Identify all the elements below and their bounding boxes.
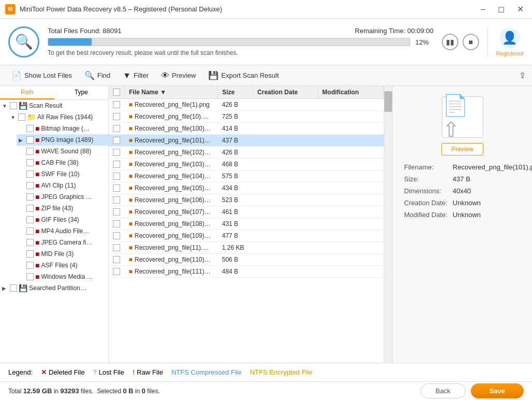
row-check-cell[interactable] (109, 170, 125, 182)
table-row[interactable]: ■Recovered_png_file(10).… 725 B (109, 111, 384, 123)
row-checkbox[interactable] (113, 196, 120, 204)
row-checkbox[interactable] (113, 244, 120, 251)
share-icon[interactable]: ⇪ (519, 70, 526, 80)
row-checkbox[interactable] (113, 113, 120, 120)
row-check-cell[interactable] (109, 159, 125, 170)
col-header-creation-date[interactable]: Creation Date (253, 86, 318, 99)
check-jpeg[interactable] (26, 193, 34, 201)
table-row[interactable]: ■Recovered_png_file(105)… 434 B (109, 182, 384, 194)
scroll-thumb[interactable] (384, 91, 392, 112)
table-row[interactable]: ■Recovered_png_file(104)… 575 B (109, 170, 384, 182)
find-button[interactable]: 🔍 Find (79, 68, 116, 82)
table-row[interactable]: ■Recovered_png_file(111)… 484 B (109, 266, 384, 278)
maximize-button[interactable]: ◻ (495, 3, 508, 15)
col-header-modification[interactable]: Modification (318, 86, 384, 99)
check-swf[interactable] (26, 170, 34, 178)
minimize-button[interactable]: – (478, 3, 488, 15)
check-wave[interactable] (26, 148, 34, 155)
table-row[interactable]: ■Recovered_png_file(110)… 506 B (109, 254, 384, 266)
check-jpeg-cam[interactable] (26, 239, 34, 246)
back-button[interactable]: Back (421, 383, 466, 398)
check-all[interactable] (113, 89, 120, 96)
tree-item-swf[interactable]: ■ SWF File (10) (17, 168, 108, 180)
tree-item-scan-result[interactable]: ▼ 💾 Scan Result (0, 100, 108, 111)
row-checkbox[interactable] (113, 173, 120, 180)
row-checkbox[interactable] (113, 161, 120, 168)
check-asf[interactable] (26, 262, 34, 269)
check-scan-result[interactable] (10, 102, 17, 109)
check-zip[interactable] (26, 205, 34, 212)
expand-icon-scan-result[interactable]: ▼ (2, 103, 8, 109)
stop-button[interactable]: ■ (463, 34, 479, 50)
row-check-cell[interactable] (109, 230, 125, 242)
export-scan-result-button[interactable]: 💾 Export Scan Result (203, 68, 284, 82)
tree-item-wm[interactable]: ■ Windows Media … (17, 271, 108, 282)
tab-type[interactable]: Type (54, 86, 109, 99)
row-checkbox[interactable] (113, 208, 120, 216)
tree-item-avi[interactable]: ■ AVI Clip (11) (17, 180, 108, 191)
tree-item-asf[interactable]: ■ ASF Files (4) (17, 260, 108, 271)
row-check-cell[interactable] (109, 266, 125, 278)
table-row[interactable]: ■Recovered_png_file(1).png 426 B (109, 99, 384, 111)
check-searched[interactable] (10, 284, 17, 292)
table-row[interactable]: ■Recovered_png_file(103)… 468 B (109, 159, 384, 170)
expand-icon-all-raw[interactable]: ▼ (10, 115, 17, 120)
row-check-cell[interactable] (109, 123, 125, 135)
tree-item-wave[interactable]: ■ WAVE Sound (88) (17, 146, 108, 157)
col-header-size[interactable]: Size (218, 86, 253, 99)
row-check-cell[interactable] (109, 242, 125, 254)
row-checkbox[interactable] (113, 220, 120, 227)
row-checkbox[interactable] (113, 149, 120, 156)
check-avi[interactable] (26, 182, 34, 189)
tree-item-gif[interactable]: ■ GIF Files (34) (17, 214, 108, 225)
table-row[interactable]: ■Recovered_png_file(108)… 431 B (109, 218, 384, 230)
row-checkbox[interactable] (113, 256, 120, 263)
table-row[interactable]: ■Recovered_png_file(106)… 523 B (109, 194, 384, 206)
check-png[interactable] (26, 136, 34, 144)
row-checkbox[interactable] (113, 125, 120, 132)
table-row[interactable]: ■Recovered_png_file(109)… 477 B (109, 230, 384, 242)
check-mid[interactable] (26, 250, 34, 258)
save-button[interactable]: Save (471, 383, 524, 398)
col-header-filename[interactable]: File Name ▼ (125, 86, 218, 99)
table-row[interactable]: ■Recovered_png_file(102)… 426 B (109, 147, 384, 159)
file-table-wrap[interactable]: File Name ▼ Size Creation Date Modificat… (109, 86, 384, 363)
row-checkbox[interactable] (113, 184, 120, 192)
row-check-cell[interactable] (109, 182, 125, 194)
check-wm[interactable] (26, 273, 34, 280)
check-mp4[interactable] (26, 227, 34, 235)
table-row[interactable]: ■Recovered_png_file(101)… 437 B (109, 135, 384, 147)
check-cab[interactable] (26, 159, 34, 166)
row-check-cell[interactable] (109, 218, 125, 230)
table-scrollbar[interactable] (384, 86, 392, 363)
table-row[interactable]: ■Recovered_png_file(11).… 1.26 KB (109, 242, 384, 254)
tree-item-mid[interactable]: ■ MID File (3) (17, 248, 108, 260)
tree-item-jpeg-cam[interactable]: ■ JPEG Camera fi… (17, 237, 108, 248)
row-check-cell[interactable] (109, 254, 125, 266)
check-bitmap[interactable] (26, 125, 34, 132)
expand-icon-png[interactable]: ▶ (19, 137, 25, 143)
tree-item-all-raw-files[interactable]: ▼ 📁 All Raw Files (1944) (8, 111, 108, 123)
tree-item-png[interactable]: ▶ ■ PNG Image (1489) (17, 134, 108, 146)
row-check-cell[interactable] (109, 99, 125, 111)
check-gif[interactable] (26, 216, 34, 223)
close-button[interactable]: ✕ (514, 3, 527, 15)
show-lost-files-button[interactable]: 📄 Show Lost Files (6, 68, 77, 82)
row-checkbox[interactable] (113, 268, 120, 275)
row-check-cell[interactable] (109, 206, 125, 218)
pause-button[interactable]: ▮▮ (442, 34, 458, 50)
tab-path[interactable]: Path (0, 86, 54, 99)
expand-icon-searched[interactable]: ▶ (2, 285, 8, 291)
row-check-cell[interactable] (109, 135, 125, 147)
filter-button[interactable]: ▼ Filter (118, 69, 154, 82)
tree-item-searched-partition[interactable]: ▶ 💾 Searched Partition… (0, 282, 108, 294)
row-checkbox[interactable] (113, 232, 120, 239)
row-checkbox[interactable] (113, 137, 120, 144)
table-row[interactable]: ■Recovered_png_file(100)… 414 B (109, 123, 384, 135)
tree-item-jpeg[interactable]: ■ JPEG Graphics … (17, 191, 108, 203)
col-header-check[interactable] (109, 86, 125, 99)
tree-item-cab[interactable]: ■ CAB File (38) (17, 157, 108, 168)
check-all-raw[interactable] (18, 113, 25, 121)
tree-item-zip[interactable]: ■ ZIP file (43) (17, 203, 108, 214)
row-checkbox[interactable] (113, 101, 120, 108)
